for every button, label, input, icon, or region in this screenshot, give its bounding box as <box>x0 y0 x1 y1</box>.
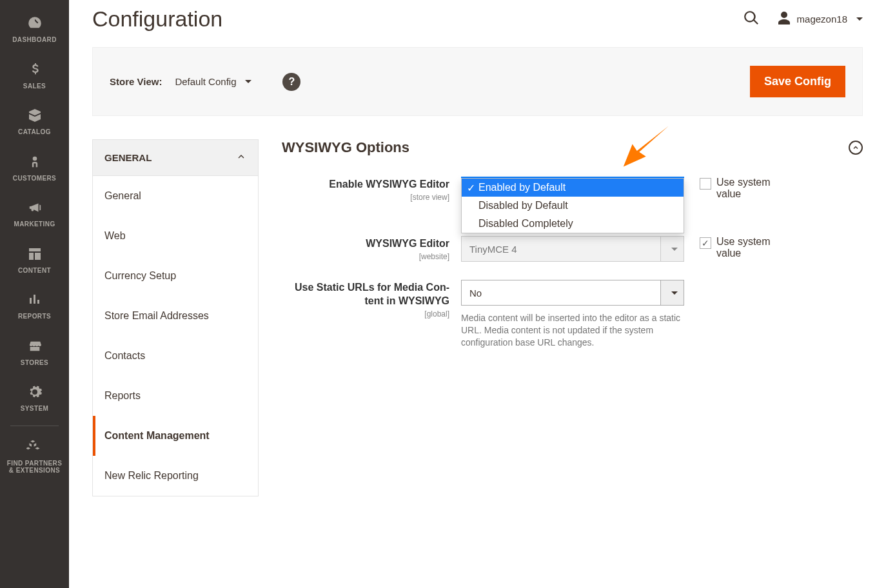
enable-wysiwyg-dropdown: Enabled by Default Disabled by Default D… <box>461 178 684 233</box>
nav-content[interactable]: CONTENT <box>0 237 69 284</box>
caret-down-icon <box>856 17 863 21</box>
select-value: No <box>469 288 482 299</box>
nav-label: DASHBOARD <box>12 36 57 44</box>
nav-customers[interactable]: CUSTOMERS <box>0 145 69 191</box>
field-label-line: Use Static URLs for Media Con- <box>295 282 449 293</box>
layout-icon <box>26 245 44 263</box>
tab-reports[interactable]: Reports <box>93 376 258 416</box>
bullhorn-icon <box>26 199 44 217</box>
nav-label: SYSTEM <box>21 405 49 413</box>
row-wysiwyg-editor: WYSIWYG Editor [website] TinyMCE 4 Use s… <box>282 236 863 262</box>
nav-label: MARKETING <box>14 220 55 228</box>
nav-dashboard[interactable]: DASHBOARD <box>0 6 69 53</box>
nav-marketing[interactable]: MARKETING <box>0 191 69 237</box>
pointer-arrow-annotation <box>616 124 674 172</box>
use-system-checkbox[interactable] <box>700 178 711 190</box>
save-config-button[interactable]: Save Config <box>750 66 845 97</box>
nav-separator <box>10 426 59 426</box>
action-bar: Store View: Default Config ? Save Config <box>92 47 863 116</box>
field-label: Use Static URLs for Media Con- tent in W… <box>282 281 449 308</box>
username: magezon18 <box>797 14 847 24</box>
search-icon[interactable] <box>743 10 760 29</box>
dropdown-option[interactable]: Disabled Completely <box>462 215 684 233</box>
bars-icon <box>26 291 44 309</box>
dropdown-option[interactable]: Enabled by Default <box>462 179 684 197</box>
box-icon <box>26 106 44 124</box>
nav-label: REPORTS <box>18 313 51 320</box>
store-view-select[interactable]: Default Config <box>175 76 251 87</box>
user-menu[interactable]: magezon18 <box>776 10 863 28</box>
nav-system[interactable]: SYSTEM <box>0 375 69 422</box>
main-content: Configuration magezon18 Store View: Defa… <box>69 0 886 588</box>
dollar-icon <box>26 61 44 79</box>
storefront-icon <box>26 337 44 355</box>
nav-sales[interactable]: SALES <box>0 53 69 99</box>
field-help: Media content will be inserted into the … <box>461 312 684 349</box>
tab-group-label: GENERAL <box>104 152 152 163</box>
tab-store-email[interactable]: Store Email Addresses <box>93 296 258 336</box>
chevron-up-icon <box>236 152 246 164</box>
nav-label: FIND PARTNERS & EXTENSIONS <box>7 460 63 475</box>
chevron-down-icon <box>660 280 684 305</box>
row-static-urls: Use Static URLs for Media Con- tent in W… <box>282 280 863 349</box>
nav-catalog[interactable]: CATALOG <box>0 99 69 145</box>
wysiwyg-editor-select: TinyMCE 4 <box>461 236 684 262</box>
tab-contacts[interactable]: Contacts <box>93 336 258 376</box>
field-label: WYSIWYG Editor <box>282 237 449 251</box>
field-label-line: tent in WYSIWYG <box>364 295 449 306</box>
section-title: WYSIWYG Options <box>282 139 409 156</box>
dropdown-option[interactable]: Disabled by Default <box>462 197 684 215</box>
static-urls-select[interactable]: No <box>461 280 684 306</box>
store-view-label: Store View: <box>110 76 162 87</box>
tab-new-relic[interactable]: New Relic Reporting <box>93 456 258 496</box>
page-title: Configuration <box>92 6 222 32</box>
nav-label: CONTENT <box>18 267 51 275</box>
nav-label: CUSTOMERS <box>13 175 56 182</box>
gauge-icon <box>26 14 44 32</box>
nav-label: SALES <box>23 83 46 90</box>
select-value: TinyMCE 4 <box>469 244 517 255</box>
chevron-down-icon <box>660 237 684 261</box>
tab-group-general[interactable]: GENERAL <box>93 140 258 176</box>
row-enable-wysiwyg: Enable WYSIWYG Editor [store view] Enabl… <box>282 177 863 202</box>
nav-reports[interactable]: REPORTS <box>0 283 69 329</box>
caret-down-icon <box>245 80 251 83</box>
use-system-label: Use system value <box>716 236 781 259</box>
collapse-section-button[interactable] <box>849 141 863 155</box>
field-scope: [website] <box>282 252 449 261</box>
tab-currency[interactable]: Currency Setup <box>93 256 258 296</box>
config-tabs: GENERAL General Web Currency Setup Store… <box>92 139 259 496</box>
nav-stores[interactable]: STORES <box>0 329 69 376</box>
tab-web[interactable]: Web <box>93 216 258 256</box>
form-panel: WYSIWYG Options Enable WYSIWYG Editor [s… <box>282 139 863 496</box>
store-view-value: Default Config <box>175 76 236 87</box>
gear-icon <box>26 383 44 401</box>
field-scope: [global] <box>282 309 449 318</box>
user-icon <box>776 10 792 28</box>
nav-label: CATALOG <box>18 128 51 136</box>
tab-general[interactable]: General <box>93 176 258 216</box>
field-scope: [store view] <box>282 193 449 202</box>
tab-content-management[interactable]: Content Management <box>93 416 258 456</box>
nav-label: STORES <box>21 359 48 367</box>
nav-partners[interactable]: FIND PARTNERS & EXTENSIONS <box>0 430 69 484</box>
admin-nav: DASHBOARD SALES CATALOG CUSTOMERS MARKET… <box>0 0 69 588</box>
person-icon <box>26 153 44 171</box>
field-label: Enable WYSIWYG Editor <box>282 178 449 191</box>
cubes-icon <box>26 438 44 456</box>
help-icon[interactable]: ? <box>282 73 300 91</box>
use-system-label: Use system value <box>716 177 781 200</box>
use-system-checkbox[interactable] <box>700 237 711 249</box>
